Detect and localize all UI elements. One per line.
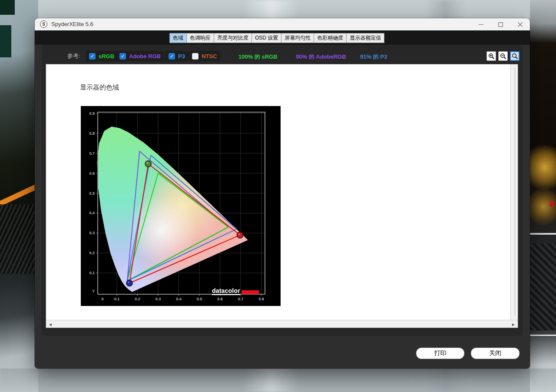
wallpaper-slat	[530, 233, 556, 235]
close-dialog-button[interactable]: 关闭	[471, 348, 520, 359]
wallpaper-pcb-patch	[0, 25, 11, 57]
svg-text:0.3: 0.3	[156, 297, 161, 301]
svg-text:0.6: 0.6	[217, 297, 223, 301]
horizontal-scrollbar[interactable]: ◄ ►	[46, 320, 518, 328]
checkbox-checked-icon[interactable]: ✓	[169, 53, 175, 60]
svg-text:0.4: 0.4	[89, 211, 95, 215]
svg-text:0.8: 0.8	[258, 297, 264, 301]
close-button[interactable]	[510, 18, 530, 30]
tab-brightness-contrast[interactable]: 亮度与对比度	[214, 33, 252, 43]
checkbox-checked-icon[interactable]: ✓	[89, 53, 96, 60]
scroll-right-arrow-icon[interactable]: ►	[510, 321, 517, 328]
reference-label: 参考:	[67, 52, 80, 60]
maximize-button[interactable]	[491, 18, 510, 30]
svg-text:0.2: 0.2	[89, 251, 95, 255]
svg-text:0.7: 0.7	[238, 297, 244, 301]
svg-text:0.8: 0.8	[89, 131, 95, 136]
tab-color-accuracy[interactable]: 色彩精确度	[314, 33, 347, 43]
zoom-in-icon	[488, 53, 495, 60]
coverage-p3: 91% 的 P3	[360, 53, 387, 61]
checkbox-srgb[interactable]: ✓ sRGB	[86, 51, 118, 61]
svg-text:0.5: 0.5	[197, 297, 202, 301]
svg-text:0.3: 0.3	[89, 231, 95, 235]
zoom-out-icon	[500, 53, 506, 60]
wallpaper-red-accent	[550, 201, 554, 207]
wallpaper-heatsink-fins	[0, 204, 38, 274]
coverage-adobergb: 90% 的 AdobeRGB	[296, 53, 346, 61]
svg-text:0.1: 0.1	[89, 271, 95, 275]
svg-text:0.6: 0.6	[89, 171, 95, 176]
svg-text:X: X	[101, 297, 104, 301]
report-area: 显示器的色域	[46, 64, 518, 328]
tab-gamut[interactable]: 色域	[169, 33, 187, 43]
coverage-srgb: 100% 的 sRGB	[238, 53, 278, 61]
datacolor-logo-redbar	[242, 290, 259, 294]
zoom-reset-icon	[512, 53, 518, 60]
window-title: SpyderXElite 5.6	[51, 18, 93, 30]
wallpaper-gpu-right	[530, 0, 556, 392]
vertical-scrollbar-thumb[interactable]	[515, 68, 515, 316]
checkbox-checked-icon[interactable]: ✓	[119, 53, 126, 60]
checkbox-ntsc[interactable]: NTSC	[189, 51, 220, 61]
checkbox-unchecked-icon[interactable]	[192, 53, 199, 60]
zoom-reset-button[interactable]	[510, 51, 520, 61]
checkbox-p3[interactable]: ✓ P3	[165, 51, 189, 61]
panel-bottom-spacer	[42, 328, 523, 336]
checkbox-adobe-rgb-label: Adobe RGB	[129, 53, 161, 60]
svg-text:Y: Y	[92, 289, 95, 293]
zoom-out-button[interactable]	[498, 51, 508, 61]
svg-text:0.5: 0.5	[89, 191, 95, 196]
wallpaper-pcb-patch	[0, 0, 15, 15]
tab-tone-response[interactable]: 色调响应	[187, 33, 214, 43]
report-heading: 显示器的色域	[80, 83, 119, 92]
wallpaper-slat	[530, 335, 556, 336]
reference-toolbar: 参考: ✓ sRGB ✓ Adobe RGB ✓ P3 NTSC 100% 的 …	[42, 50, 523, 62]
wallpaper-motherboard-left	[0, 0, 38, 392]
scroll-left-arrow-icon[interactable]: ◄	[47, 321, 54, 328]
print-button[interactable]: 打印	[416, 348, 464, 359]
checkbox-p3-label: P3	[178, 53, 185, 60]
title-bar[interactable]: S SpyderXElite 5.6	[35, 18, 530, 30]
wallpaper-bottom-blur	[0, 369, 556, 392]
spyderx-window: S SpyderXElite 5.6 色域 色调响应 亮度与对比度 OSD 设置…	[35, 18, 530, 369]
checkbox-adobe-rgb[interactable]: ✓ Adobe RGB	[116, 51, 164, 61]
tab-strip: 色域 色调响应 亮度与对比度 OSD 设置 屏幕均匀性 色彩精确度 显示器额定值	[35, 30, 530, 45]
vertical-scrollbar[interactable]	[510, 64, 518, 320]
main-panel: 参考: ✓ sRGB ✓ Adobe RGB ✓ P3 NTSC 100% 的 …	[42, 45, 523, 336]
svg-text:0.4: 0.4	[176, 297, 182, 301]
svg-text:0.2: 0.2	[135, 297, 140, 301]
tab-monitor-rating[interactable]: 显示器额定值	[347, 33, 384, 43]
tab-osd-settings[interactable]: OSD 设置	[252, 33, 281, 43]
svg-text:0.7: 0.7	[89, 151, 95, 156]
svg-text:0.1: 0.1	[114, 297, 120, 301]
datacolor-logo: datacolor	[212, 288, 259, 295]
cie-chromaticity-chart: 0.10.20.30.40.50.60.70.80.10.20.30.40.50…	[81, 106, 281, 306]
zoom-in-button[interactable]	[486, 51, 496, 61]
svg-text:0.9: 0.9	[89, 111, 95, 116]
spyder-logo-icon: S	[40, 20, 47, 28]
minimize-button[interactable]	[471, 18, 491, 30]
checkbox-srgb-label: sRGB	[99, 53, 114, 60]
tab-screen-uniformity[interactable]: 屏幕均匀性	[281, 33, 314, 43]
checkbox-ntsc-label: NTSC	[202, 53, 217, 60]
report-page: 显示器的色域	[46, 64, 511, 320]
wallpaper-gpu-fins	[530, 243, 556, 330]
